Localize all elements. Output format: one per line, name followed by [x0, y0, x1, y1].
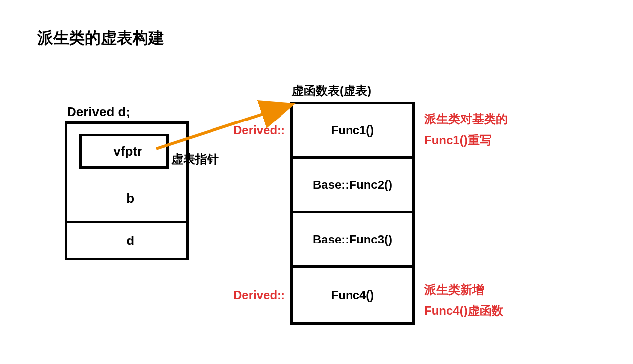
vtable-box: Derived:: Func1() Base::Func2() Base::Fu…	[290, 102, 415, 325]
vtable-row-2-func: Func3()	[349, 233, 392, 246]
base-subobject-region: _vfptr _b	[67, 124, 186, 223]
member-b-field: _b	[67, 191, 186, 206]
annotation-new-func-line1: 派生类新增	[424, 279, 503, 300]
vtable-row-0: Derived:: Func1()	[293, 104, 412, 159]
diagram-title: 派生类的虚表构建	[37, 27, 164, 49]
vtable-row-3-func: Func4()	[331, 288, 374, 302]
member-d-field: _d	[67, 223, 186, 258]
annotation-override: 派生类对基类的 Func1()重写	[424, 108, 508, 151]
annotation-override-line1: 派生类对基类的	[424, 108, 508, 129]
vtable-title: 虚函数表(虚表)	[292, 83, 371, 99]
vtable-row-1-func: Func2()	[349, 178, 392, 192]
vtable-row-1-prefix: Base::	[313, 178, 349, 192]
vtable-row-0-prefix: Derived::	[233, 123, 285, 137]
vtable-row-1: Base::Func2()	[293, 159, 412, 213]
vtable-row-2-prefix: Base::	[313, 233, 349, 246]
vtable-row-0-func: Func1()	[331, 123, 374, 137]
annotation-new-func-line2: Func4()虚函数	[424, 300, 503, 321]
vtable-row-3-prefix: Derived::	[233, 288, 285, 302]
vtable-row-3: Derived:: Func4()	[293, 268, 412, 322]
derived-object-box: _vfptr _b _d	[65, 121, 189, 260]
annotation-override-line2: Func1()重写	[424, 129, 508, 151]
object-declaration-label: Derived d;	[67, 104, 130, 120]
annotation-new-func: 派生类新增 Func4()虚函数	[424, 279, 503, 321]
vfptr-field: _vfptr	[79, 134, 169, 169]
vtable-pointer-label: 虚表指针	[171, 151, 219, 167]
vtable-row-2: Base::Func3()	[293, 213, 412, 268]
